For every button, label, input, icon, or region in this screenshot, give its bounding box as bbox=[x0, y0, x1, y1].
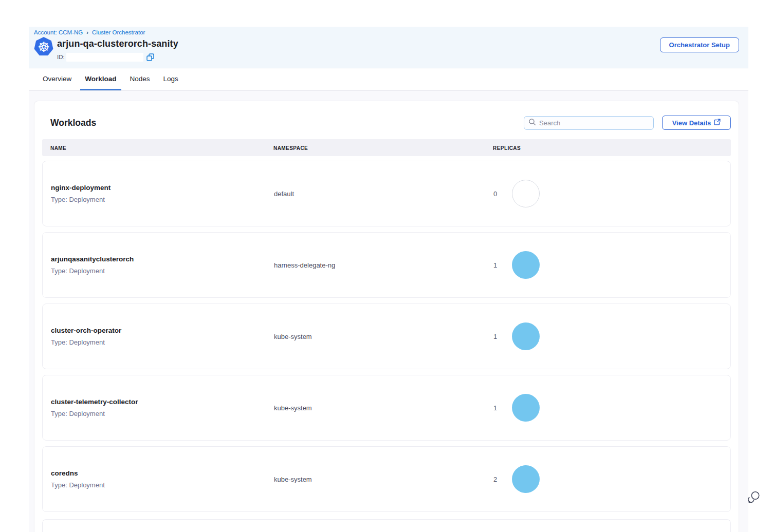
column-header-namespace: NAMESPACE bbox=[273, 145, 308, 150]
copy-icon[interactable] bbox=[146, 53, 155, 61]
breadcrumb-account[interactable]: Account: CCM-NG bbox=[34, 29, 83, 35]
table-row[interactable]: arjunqasanityclusterorch Type: Deploymen… bbox=[42, 232, 731, 298]
workload-namespace: harness-delegate-ng bbox=[274, 261, 335, 269]
breadcrumb-cluster-orchestrator[interactable]: Cluster Orchestrator bbox=[92, 29, 145, 35]
page-header: Account: CCM-NG › Cluster Orchestrator ☸… bbox=[29, 27, 748, 68]
external-link-icon bbox=[714, 119, 721, 127]
orchestrator-setup-button[interactable]: Orchestrator Setup bbox=[660, 37, 739, 52]
search-icon bbox=[528, 118, 536, 128]
workload-name-block: arjunqasanityclusterorch Type: Deploymen… bbox=[51, 255, 134, 275]
workload-namespace: default bbox=[274, 190, 294, 198]
tab-logs[interactable]: Logs bbox=[159, 68, 183, 90]
tab-workload[interactable]: Workload bbox=[80, 68, 121, 90]
workload-namespace: kube-system bbox=[274, 333, 312, 340]
workload-type: Type: Deployment bbox=[51, 267, 134, 275]
breadcrumb: Account: CCM-NG › Cluster Orchestrator bbox=[34, 29, 145, 35]
table-row[interactable]: cluster-orch-operator Type: Deployment k… bbox=[42, 303, 731, 369]
table-row[interactable]: nginx-deployment Type: Deployment defaul… bbox=[42, 161, 731, 226]
workload-type: Type: Deployment bbox=[51, 196, 111, 203]
id-label: ID: bbox=[57, 54, 65, 60]
workload-type: Type: Deployment bbox=[51, 481, 105, 489]
replica-block: 1 bbox=[493, 251, 540, 279]
id-value-redacted bbox=[66, 53, 143, 62]
table-row[interactable]: coredns Type: Deployment kube-system 2 bbox=[42, 446, 731, 512]
replica-count: 0 bbox=[493, 190, 500, 198]
workload-name: coredns bbox=[51, 469, 105, 477]
workload-name: arjunqasanityclusterorch bbox=[51, 255, 134, 263]
content-area: Workloads View Details bbox=[29, 91, 748, 532]
replica-block: 1 bbox=[493, 322, 540, 350]
tab-nodes[interactable]: Nodes bbox=[125, 68, 155, 90]
workloads-card: Workloads View Details bbox=[34, 101, 739, 532]
replica-status-circle bbox=[512, 465, 540, 493]
kubernetes-icon: ☸ bbox=[34, 37, 53, 56]
workloads-title: Workloads bbox=[50, 118, 96, 128]
workload-name: cluster-telemetry-collector bbox=[51, 398, 138, 406]
replica-count: 1 bbox=[493, 333, 500, 340]
table-row-partial[interactable] bbox=[42, 519, 731, 532]
kubernetes-helm-glyph: ☸ bbox=[38, 40, 50, 54]
table-header: NAME NAMESPACE REPLICAS bbox=[42, 139, 731, 156]
workload-name: cluster-orch-operator bbox=[51, 327, 121, 334]
view-details-button[interactable]: View Details bbox=[662, 116, 731, 130]
workloads-card-header: Workloads View Details bbox=[42, 101, 731, 139]
cluster-id-row: ID: bbox=[57, 52, 155, 62]
table-row[interactable]: cluster-telemetry-collector Type: Deploy… bbox=[42, 375, 731, 441]
workload-name: nginx-deployment bbox=[51, 184, 111, 192]
workloads-table-body: nginx-deployment Type: Deployment defaul… bbox=[42, 161, 731, 512]
column-header-name: NAME bbox=[50, 145, 66, 150]
breadcrumb-separator-icon: › bbox=[86, 29, 88, 35]
tab-overview[interactable]: Overview bbox=[38, 68, 76, 90]
search-box[interactable] bbox=[524, 116, 654, 130]
workload-name-block: nginx-deployment Type: Deployment bbox=[51, 184, 111, 203]
replica-count: 2 bbox=[493, 476, 500, 483]
replica-count: 1 bbox=[493, 404, 500, 412]
replica-status-circle bbox=[512, 322, 540, 350]
replica-status-circle bbox=[512, 251, 540, 279]
replica-block: 2 bbox=[493, 465, 540, 493]
workload-namespace: kube-system bbox=[274, 476, 312, 483]
replica-block: 1 bbox=[493, 394, 540, 422]
workload-type: Type: Deployment bbox=[51, 338, 121, 346]
workload-type: Type: Deployment bbox=[51, 410, 138, 417]
replica-block: 0 bbox=[493, 180, 540, 207]
workload-namespace: kube-system bbox=[274, 404, 312, 412]
workload-name-block: cluster-orch-operator Type: Deployment bbox=[51, 327, 121, 346]
replica-status-circle bbox=[512, 394, 540, 422]
workload-name-block: cluster-telemetry-collector Type: Deploy… bbox=[51, 398, 138, 417]
page-title: arjun-qa-clusterorch-sanity bbox=[57, 39, 178, 49]
view-details-label: View Details bbox=[672, 119, 711, 127]
tab-bar: OverviewWorkloadNodesLogs bbox=[29, 68, 748, 91]
column-header-replicas: REPLICAS bbox=[493, 145, 521, 150]
chat-bubbles-icon[interactable] bbox=[746, 489, 762, 505]
app-frame: Account: CCM-NG › Cluster Orchestrator ☸… bbox=[29, 27, 748, 532]
workload-name-block: coredns Type: Deployment bbox=[51, 469, 105, 489]
replica-status-circle bbox=[512, 180, 540, 207]
replica-count: 1 bbox=[493, 261, 500, 269]
search-input[interactable] bbox=[539, 119, 649, 127]
